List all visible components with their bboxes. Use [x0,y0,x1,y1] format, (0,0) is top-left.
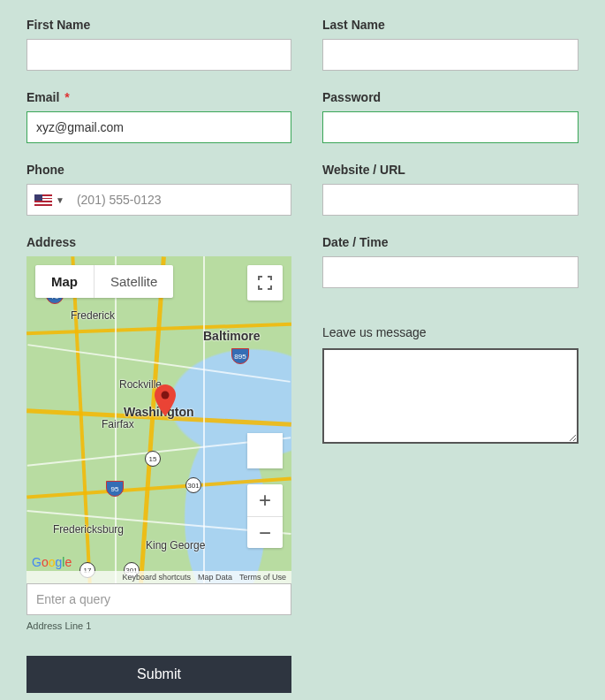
address-line-1-label: Address Line 1 [26,620,291,631]
phone-input-wrap: ▼ [26,184,291,216]
phone-group: Phone ▼ [26,163,291,216]
city-fairfax: Fairfax [102,418,134,430]
required-star-icon: * [64,90,69,104]
email-label: Email * [26,90,291,104]
first-name-input[interactable] [26,39,291,71]
us-flag-icon [34,194,52,206]
first-name-group: First Name [26,18,291,71]
message-group: Leave us message [322,325,579,447]
pegman-placeholder[interactable] [247,433,283,468]
datetime-group: Date / Time [322,235,579,288]
website-group: Website / URL [322,163,579,216]
caret-down-icon: ▼ [56,195,64,205]
first-name-label: First Name [26,18,291,32]
zoom-control: + − [247,484,283,548]
zoom-out-button[interactable]: − [247,516,283,548]
last-name-label: Last Name [322,18,579,32]
phone-label: Phone [26,163,291,177]
fullscreen-button[interactable] [247,265,283,301]
map-type-map-button[interactable]: Map [35,265,94,298]
address-group: Address Frederick Baltimore Rockville Wa… [26,235,291,631]
country-selector[interactable]: ▼ [27,194,72,206]
message-textarea[interactable] [322,348,579,444]
message-label: Leave us message [322,325,579,339]
datetime-input[interactable] [322,256,579,288]
map-type-satellite-button[interactable]: Satellite [94,265,173,298]
phone-input[interactable] [72,185,291,215]
route-301a: 301 [185,477,201,493]
address-query-input[interactable] [26,583,291,615]
city-baltimore: Baltimore [203,329,261,343]
password-group: Password [322,90,579,143]
zoom-in-button[interactable]: + [247,484,283,516]
svg-point-0 [162,392,170,399]
map[interactable]: Frederick Baltimore Rockville Washington… [26,256,291,583]
map-footer-terms[interactable]: Terms of Use [239,573,286,582]
route-15: 15 [145,451,161,467]
website-input[interactable] [322,184,579,216]
city-king-george: King George [146,539,205,552]
city-frederick: Frederick [71,309,115,322]
email-group: Email * [26,90,291,143]
submit-button[interactable]: Submit [26,656,291,693]
map-marker-icon [155,384,176,416]
last-name-group: Last Name [322,18,579,71]
last-name-input[interactable] [322,39,579,71]
map-type-toggle: Map Satellite [35,265,173,298]
email-input[interactable] [26,111,291,143]
fullscreen-icon [258,276,272,290]
address-label: Address [26,235,291,249]
website-label: Website / URL [322,163,579,177]
map-footer-shortcuts[interactable]: Keyboard shortcuts [122,573,191,582]
map-footer-data[interactable]: Map Data [198,573,232,582]
map-footer: Keyboard shortcuts Map Data Terms of Use [26,571,291,583]
datetime-label: Date / Time [322,235,579,249]
password-input[interactable] [322,111,579,143]
password-label: Password [322,90,579,104]
city-fredericksburg: Fredericksburg [53,523,124,536]
google-logo: Google [32,555,72,569]
